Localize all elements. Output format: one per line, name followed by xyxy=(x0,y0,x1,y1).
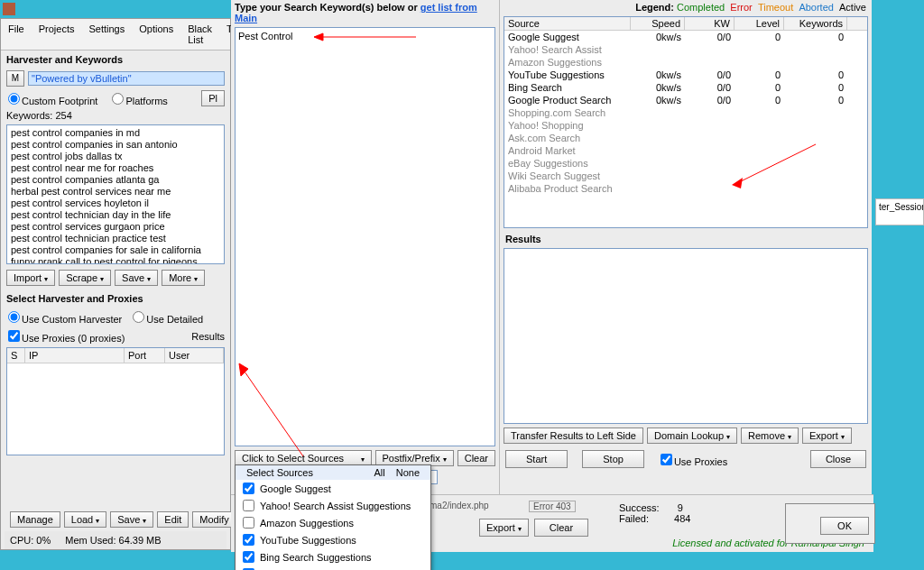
proxy-table[interactable]: S IP Port User xyxy=(6,347,225,455)
col-port[interactable]: Port xyxy=(125,348,165,363)
save2-button[interactable]: Save xyxy=(110,511,153,528)
svg-marker-1 xyxy=(314,33,323,41)
more-button[interactable]: More xyxy=(162,270,205,286)
table-row[interactable]: YouTube Suggestions0kw/s0/000 xyxy=(504,69,867,81)
use-proxies-checkbox[interactable]: Use Proxies (0 proxies) xyxy=(6,328,125,344)
list-item[interactable]: herbal pest control services near me xyxy=(9,186,222,198)
side-fragment: ter_Session xyxy=(875,198,924,225)
annotation-arrow-icon xyxy=(730,140,820,189)
table-row[interactable]: Yahoo! Search Assist xyxy=(504,43,867,56)
popup-all-link[interactable]: All xyxy=(368,467,390,478)
annotation-arrow-icon xyxy=(312,32,420,42)
popup-option[interactable]: Google Suggest xyxy=(236,480,430,497)
popup-option[interactable]: Yahoo! Search Assist Suggestions xyxy=(236,497,430,514)
popup-option[interactable]: Bing Search Suggestions xyxy=(236,548,430,565)
table-row[interactable]: Amazon Suggestions xyxy=(504,56,867,69)
detailed-radio[interactable]: Use Detailed xyxy=(131,309,203,325)
menu-blacklist[interactable]: Black List xyxy=(180,21,219,48)
list-item[interactable]: funny prank call to pest control for pig… xyxy=(9,256,222,264)
list-item[interactable]: pest control technician day in the life xyxy=(9,209,222,221)
save-button[interactable]: Save xyxy=(115,270,158,286)
footprint-input[interactable] xyxy=(28,71,225,86)
list-item[interactable]: pest control companies in md xyxy=(9,127,222,139)
window-titlebar xyxy=(0,0,226,18)
list-item[interactable]: pest control services hoyleton il xyxy=(9,198,222,209)
popup-option[interactable]: Google Product Search xyxy=(236,565,430,570)
proxies-section-label: Select Harvester and Proxies xyxy=(1,290,230,308)
annotation-arrow-icon xyxy=(236,362,308,461)
transfer-results-button[interactable]: Transfer Results to Left Side xyxy=(504,428,643,444)
close-button[interactable]: Close xyxy=(810,450,866,468)
menu-file[interactable]: File xyxy=(1,21,32,48)
platforms-radio[interactable]: Platforms xyxy=(110,91,167,106)
results-link[interactable]: Results xyxy=(191,331,225,342)
ok-button[interactable]: OK xyxy=(820,517,869,535)
table-row[interactable]: Google Product Search0kw/s0/000 xyxy=(504,94,867,106)
remove-button[interactable]: Remove xyxy=(741,428,799,444)
clear2-button[interactable]: Clear xyxy=(534,519,588,537)
popup-option[interactable]: Amazon Suggestions xyxy=(236,514,430,531)
svg-marker-5 xyxy=(732,178,743,188)
col-s[interactable]: S xyxy=(7,348,25,363)
col-source[interactable]: Source xyxy=(504,17,631,30)
list-item[interactable]: pest control jobs dallas tx xyxy=(9,151,222,162)
search-instruction: Type your Search Keyword(s) below or get… xyxy=(231,0,499,25)
import-button[interactable]: Import xyxy=(6,270,55,286)
table-row[interactable]: Yahoo! Shopping xyxy=(504,119,867,132)
svg-line-2 xyxy=(243,369,303,456)
list-item[interactable]: pest control companies atlanta ga xyxy=(9,174,222,186)
search-term: Pest Control xyxy=(238,31,293,41)
use-proxies2-checkbox[interactable]: Use Proxies xyxy=(659,452,727,467)
manage-button[interactable]: Manage xyxy=(10,511,60,528)
keywords-count-label: Keywords: 254 xyxy=(6,110,72,121)
clear-button[interactable]: Clear xyxy=(457,450,495,466)
select-sources-popup[interactable]: Select Sources All None Google SuggestYa… xyxy=(235,464,431,570)
domain-lookup-button[interactable]: Domain Lookup xyxy=(647,428,737,444)
menu-bar: File Projects Settings Options Black Lis… xyxy=(1,19,230,51)
platforms-button[interactable]: Pl xyxy=(201,90,225,106)
search-keywords-box[interactable]: Pest Control xyxy=(235,27,495,446)
svg-line-4 xyxy=(737,144,816,183)
popup-title: Select Sources xyxy=(241,467,368,478)
fragment-error: Error 403 xyxy=(529,501,576,512)
stats-box: Success:9 Failed:484 xyxy=(619,502,690,524)
results-box[interactable] xyxy=(504,248,868,424)
custom-harvester-radio[interactable]: Use Custom Harvester xyxy=(6,309,122,325)
table-row[interactable]: Google Suggest0kw/s0/000 xyxy=(504,31,867,43)
start-button[interactable]: Start xyxy=(505,450,568,468)
col-speed[interactable]: Speed xyxy=(631,17,685,30)
custom-footprint-radio[interactable]: Custom Footprint xyxy=(6,91,97,106)
table-row[interactable]: Shopping.com Search xyxy=(504,106,867,119)
load-button[interactable]: Load xyxy=(64,511,106,528)
col-user[interactable]: User xyxy=(165,348,224,363)
stop-button[interactable]: Stop xyxy=(582,450,644,468)
col-keywords[interactable]: Keywords xyxy=(784,17,847,30)
table-row[interactable]: Bing Search0kw/s0/000 xyxy=(504,81,867,94)
list-item[interactable]: pest control companies for sale in calif… xyxy=(9,244,222,256)
menu-projects[interactable]: Projects xyxy=(32,21,82,48)
export2-button[interactable]: Export xyxy=(479,519,529,537)
col-ip[interactable]: IP xyxy=(25,348,125,363)
scrape-button[interactable]: Scrape xyxy=(59,270,111,286)
m-toggle-button[interactable]: M xyxy=(6,70,24,87)
popup-option[interactable]: YouTube Suggestions xyxy=(236,531,430,548)
list-item[interactable]: pest control companies in san antonio xyxy=(9,139,222,151)
popup-none-link[interactable]: None xyxy=(391,467,425,478)
ok-dialog-fragment: OK xyxy=(785,503,875,544)
left-panel: File Projects Settings Options Black Lis… xyxy=(0,18,231,550)
menu-options[interactable]: Options xyxy=(132,21,180,48)
sources-table[interactable]: Source Speed KW Level Keywords Google Su… xyxy=(504,16,868,228)
mem-label: Mem Used: 64.39 MB xyxy=(65,535,161,546)
cpu-label: CPU: 0% xyxy=(10,535,51,546)
list-item[interactable]: pest control technician practice test xyxy=(9,233,222,244)
edit-button[interactable]: Edit xyxy=(157,511,189,528)
col-level[interactable]: Level xyxy=(735,17,784,30)
keywords-listbox[interactable]: pest control companies in md pest contro… xyxy=(6,124,225,264)
list-item[interactable]: pest control near me for roaches xyxy=(9,162,222,174)
export-button[interactable]: Export xyxy=(802,428,852,444)
list-item[interactable]: pest control services gurgaon price xyxy=(9,221,222,233)
col-kw[interactable]: KW xyxy=(685,17,735,30)
fragment-text: ma2/index.php xyxy=(430,501,489,510)
results-label: Results xyxy=(500,230,872,248)
menu-settings[interactable]: Settings xyxy=(81,21,132,48)
